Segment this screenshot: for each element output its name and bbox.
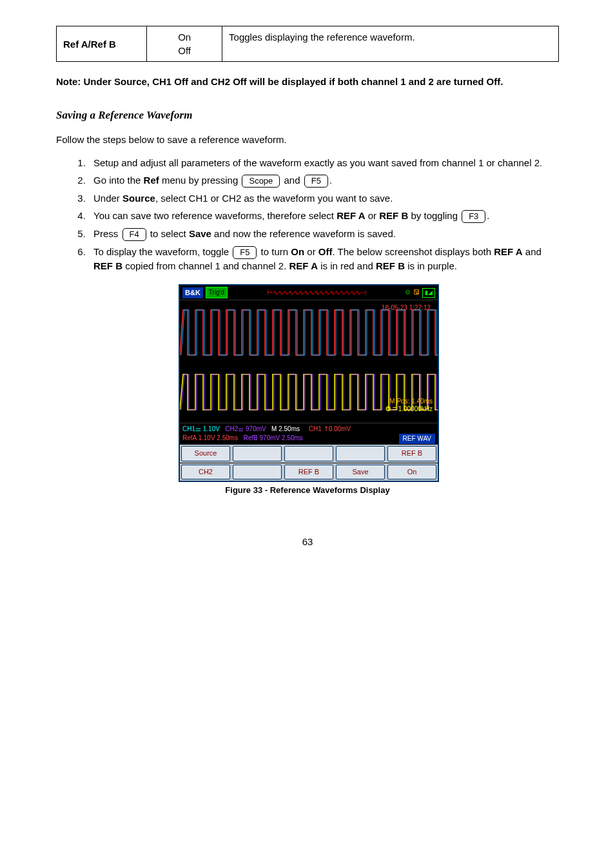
steps-list: Setup and adjust all parameters of the w… — [56, 156, 559, 273]
bk-logo: B&K — [182, 287, 203, 298]
option-label: Ref A/Ref B — [57, 26, 147, 62]
note-text: Note: Under Source, CH1 Off and CH2 Off … — [56, 75, 559, 88]
trigd-badge: Trig'd — [206, 287, 228, 298]
waveform-ref-b — [180, 365, 438, 423]
top-wave-icon: ⊢∿∿∿∿∿∿∿∿∿∿∿∿∿∿∿∿∿⊣ — [230, 288, 402, 298]
f5-key-2: F5 — [233, 246, 257, 259]
refa-info: RefA 1.10V 2.50ms — [182, 434, 238, 441]
softkey-2b — [233, 465, 282, 479]
step-6: To display the waveform, toggle F5 to tu… — [88, 245, 559, 273]
softkey-refb: REF B — [387, 446, 436, 461]
intro-text: Follow the steps below to save a referen… — [56, 133, 559, 146]
step-3: Under Source, select CH1 or CH2 as the w… — [88, 191, 559, 205]
page-number: 63 — [56, 535, 559, 548]
section-heading: Saving a Reference Waveform — [56, 108, 559, 123]
softkey-save: Save — [336, 465, 385, 479]
softkey-source: Source — [181, 446, 230, 461]
softkey-on: On — [387, 465, 436, 479]
option-desc: Toggles displaying the reference wavefor… — [222, 26, 559, 62]
refwav-badge: REF WAV — [399, 434, 435, 444]
refb-info: RefB 970mV 2.50ms — [244, 434, 303, 441]
f5-key: F5 — [304, 175, 328, 188]
softkey-2 — [233, 446, 282, 461]
step-1: Setup and adjust all parameters of the w… — [88, 156, 559, 169]
option-values: On Off — [147, 26, 222, 62]
softkey-refb2: REF B — [284, 465, 333, 479]
waveform-ref-a — [180, 304, 438, 362]
oscilloscope-screenshot: B&K Trig'd ⊢∿∿∿∿∿∿∿∿∿∿∿∿∿∿∿∿∿⊣ ⚙ 🖫 ▮◢ 18… — [179, 284, 436, 482]
battery-icon: ▮◢ — [422, 288, 435, 298]
f4-key: F4 — [122, 228, 146, 241]
figure-caption: Figure 33 - Reference Waveforms Display — [56, 485, 559, 496]
gear-icon: ⚙ — [405, 288, 411, 297]
ch1-info: CH1⚌ 1.10V — [182, 425, 220, 432]
step-5: Press F4 to select Save and now the refe… — [88, 227, 559, 241]
trig-info: CH1 ⤒0.00mV — [309, 425, 351, 432]
scope-key: Scope — [242, 175, 280, 188]
step-2: Go into the Ref menu by pressing Scope a… — [88, 173, 559, 188]
softkey-4 — [336, 446, 385, 461]
option-table: Ref A/Ref B On Off Toggles displaying th… — [56, 26, 559, 62]
softkey-3 — [284, 446, 333, 461]
usb-icon: 🖫 — [413, 288, 420, 297]
f3-key: F3 — [462, 210, 485, 223]
ch2-info: CH2⚌ 970mV — [225, 425, 266, 432]
step-4: You can save two reference waveforms, th… — [88, 209, 559, 223]
freq: ❂ = 1.00000kHz — [386, 405, 433, 414]
softkey-ch2: CH2 — [181, 465, 230, 479]
timebase-info: M 2.50ms — [271, 425, 300, 432]
